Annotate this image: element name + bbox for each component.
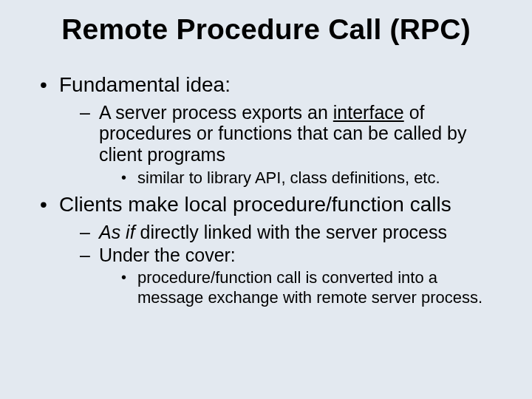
bullet-sublist: As if directly linked with the server pr… [80,222,502,307]
bullet-text: Clients make local procedure/function ca… [59,193,451,216]
bullet-level1: Clients make local procedure/function ca… [37,192,502,307]
slide-title: Remote Procedure Call (RPC) [30,13,502,46]
bullet-text: Fundamental idea: [59,73,231,96]
bullet-text: A server process exports an [99,102,333,123]
bullet-text: Under the cover: [99,245,236,265]
bullet-subsublist: procedure/function call is converted int… [121,268,502,307]
bullet-text-underline: interface [333,102,404,123]
bullet-level2: A server process exports an interface of… [80,102,502,188]
bullet-level3: similar to library API, class definition… [121,168,502,188]
bullet-subsublist: similar to library API, class definition… [121,168,502,188]
bullet-sublist: A server process exports an interface of… [80,102,502,188]
bullet-text: similar to library API, class definition… [137,168,440,187]
bullet-level3: procedure/function call is converted int… [121,268,502,307]
bullet-text-italic: As if [99,222,135,242]
bullet-level2: Under the cover: procedure/function call… [80,245,502,308]
bullet-level1: Fundamental idea: A server process expor… [37,72,502,188]
bullet-list: Fundamental idea: A server process expor… [37,72,502,307]
bullet-level2: As if directly linked with the server pr… [80,222,502,243]
bullet-text: procedure/function call is converted int… [137,268,482,306]
bullet-text: directly linked with the server process [135,222,447,242]
slide: Remote Procedure Call (RPC) Fundamental … [0,0,532,399]
